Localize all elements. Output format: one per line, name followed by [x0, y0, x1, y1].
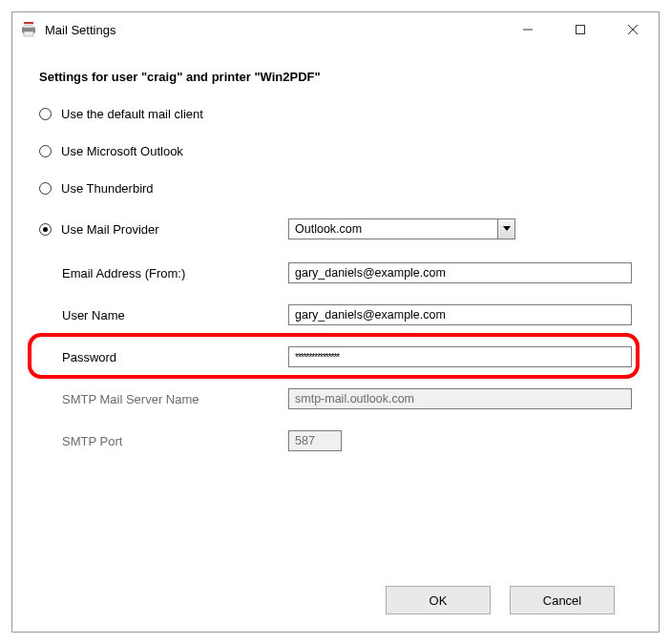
radio-icon: [39, 223, 52, 236]
printer-icon: [20, 21, 37, 38]
button-row: OK Cancel: [386, 576, 632, 614]
radio-label: Use the default mail client: [61, 107, 203, 121]
email-input[interactable]: gary_daniels@example.com: [288, 262, 632, 283]
radio-label: Use Thunderbird: [61, 181, 154, 196]
radio-mail-provider[interactable]: Use Mail Provider: [39, 222, 288, 237]
maximize-button[interactable]: [554, 12, 606, 47]
username-input[interactable]: gary_daniels@example.com: [288, 304, 632, 325]
svg-rect-5: [576, 26, 584, 34]
smtp-server-label: SMTP Mail Server Name: [62, 392, 288, 406]
row-user-name: User Name gary_daniels@example.com: [39, 304, 632, 325]
radio-label: Use Mail Provider: [61, 222, 159, 237]
cancel-button[interactable]: Cancel: [510, 586, 615, 614]
row-smtp-port: SMTP Port 587: [39, 430, 632, 451]
smtp-server-input: smtp-mail.outlook.com: [288, 388, 632, 409]
close-button[interactable]: [606, 12, 659, 47]
svg-marker-8: [503, 226, 511, 231]
username-value: gary_daniels@example.com: [295, 308, 446, 322]
dialog-window: Mail Settings Settings for user "craig" …: [11, 11, 660, 633]
dialog-content: Settings for user "craig" and printer "W…: [12, 47, 659, 632]
smtp-port-label: SMTP Port: [62, 434, 288, 448]
svg-rect-0: [24, 22, 33, 24]
radio-icon: [39, 182, 52, 195]
password-input[interactable]: ****************: [288, 346, 632, 367]
row-password: Password ****************: [39, 346, 632, 367]
svg-rect-2: [24, 31, 33, 36]
smtp-port-value: 587: [295, 434, 315, 447]
window-controls: [501, 12, 659, 47]
ok-button-label: OK: [430, 593, 448, 608]
radio-icon: [39, 108, 52, 120]
titlebar: Mail Settings: [12, 12, 659, 47]
settings-heading: Settings for user "craig" and printer "W…: [39, 70, 632, 84]
svg-rect-3: [24, 24, 33, 28]
radio-thunderbird[interactable]: Use Thunderbird: [39, 181, 632, 196]
ok-button[interactable]: OK: [386, 586, 491, 614]
smtp-port-input: 587: [288, 430, 342, 451]
radio-default-mail-client[interactable]: Use the default mail client: [39, 107, 632, 121]
row-email-address: Email Address (From:) gary_daniels@examp…: [39, 262, 632, 283]
row-smtp-server: SMTP Mail Server Name smtp-mail.outlook.…: [39, 388, 632, 409]
email-label: Email Address (From:): [62, 266, 288, 280]
cancel-button-label: Cancel: [543, 593, 581, 608]
radio-mail-provider-row: Use Mail Provider Outlook.com: [39, 218, 632, 239]
password-label: Password: [62, 350, 288, 364]
radio-icon: [39, 145, 52, 157]
window-title: Mail Settings: [45, 23, 501, 37]
radio-microsoft-outlook[interactable]: Use Microsoft Outlook: [39, 144, 632, 158]
chevron-down-icon: [497, 219, 514, 239]
username-label: User Name: [62, 308, 288, 322]
smtp-server-value: smtp-mail.outlook.com: [295, 392, 414, 405]
provider-dropdown-value: Outlook.com: [289, 222, 497, 236]
provider-dropdown[interactable]: Outlook.com: [288, 218, 515, 239]
radio-label: Use Microsoft Outlook: [61, 144, 183, 158]
email-value: gary_daniels@example.com: [295, 266, 446, 280]
minimize-button[interactable]: [501, 12, 554, 47]
password-value: ****************: [295, 352, 339, 363]
